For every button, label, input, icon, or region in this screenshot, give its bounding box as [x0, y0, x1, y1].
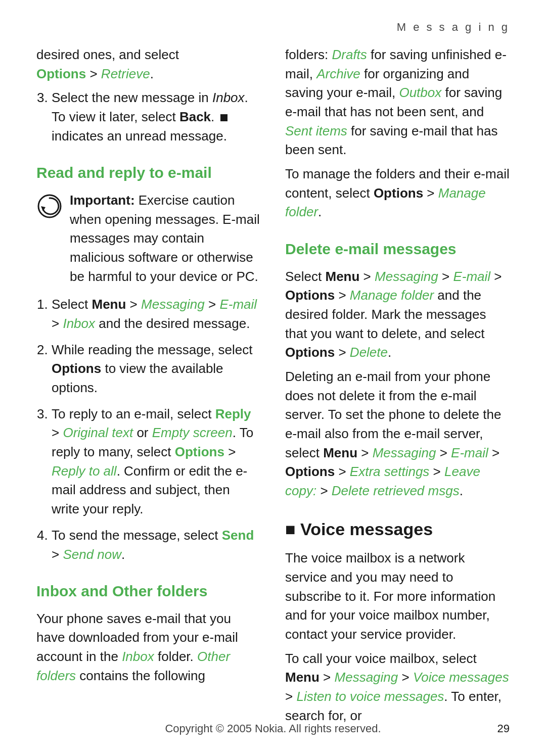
inbox-ref: Inbox: [212, 90, 245, 105]
inbox-folders-text: Your phone saves e-mail that you have do…: [36, 609, 261, 686]
read-reply-steps: Select Menu > Messaging > E-mail > Inbox…: [52, 295, 261, 564]
step-3: To reply to an e-mail, select Reply > Or…: [52, 405, 261, 519]
delete-para-1: Select Menu > Messaging > E-mail > Optio…: [285, 267, 510, 362]
intro-steps: Select the new message in Inbox. To view…: [52, 88, 261, 146]
step-4: To send the message, select Send > Send …: [52, 526, 261, 564]
important-box: Important: Exercise caution when opening…: [36, 191, 261, 286]
voice-para-1: The voice mailbox is a network service a…: [285, 549, 510, 644]
options-label: Options: [36, 66, 86, 81]
step-1: Select Menu > Messaging > E-mail > Inbox…: [52, 295, 261, 333]
section-read-reply-heading: Read and reply to e-mail: [36, 162, 261, 184]
svg-marker-1: [41, 206, 46, 211]
important-text: Important: Exercise caution when opening…: [70, 191, 261, 286]
delete-para-2: Deleting an e-mail from your phone does …: [285, 367, 510, 501]
page-footer: Copyright © 2005 Nokia. All rights reser…: [0, 721, 546, 737]
warning-icon: [36, 193, 63, 219]
section-inbox-heading: Inbox and Other folders: [36, 580, 261, 602]
copyright-text: Copyright © 2005 Nokia. All rights reser…: [165, 721, 381, 737]
page-content: desired ones, and select Options > Retri…: [0, 35, 546, 730]
page-number: 29: [497, 721, 510, 737]
manage-folders-text: To manage the folders and their e-mail c…: [285, 165, 510, 222]
folders-continuation: folders: Drafts for saving unfinished e-…: [285, 45, 510, 160]
unread-square-icon: [220, 114, 228, 121]
step-2: While reading the message, select Option…: [52, 341, 261, 398]
section-delete-heading: Delete e-mail messages: [285, 238, 510, 260]
left-column: desired ones, and select Options > Retri…: [0, 45, 273, 730]
intro-text: desired ones, and select Options > Retri…: [36, 45, 261, 83]
page-header: M e s s a g i n g: [0, 0, 546, 35]
retrieve-label: Retrieve: [101, 66, 150, 81]
intro-step-3: Select the new message in Inbox. To view…: [52, 88, 261, 146]
section-voice-heading: ■ Voice messages: [285, 517, 510, 542]
voice-para-2: To call your voice mailbox, select Menu …: [285, 649, 510, 726]
header-title: M e s s a g i n g: [397, 21, 510, 33]
right-column: folders: Drafts for saving unfinished e-…: [273, 45, 546, 730]
